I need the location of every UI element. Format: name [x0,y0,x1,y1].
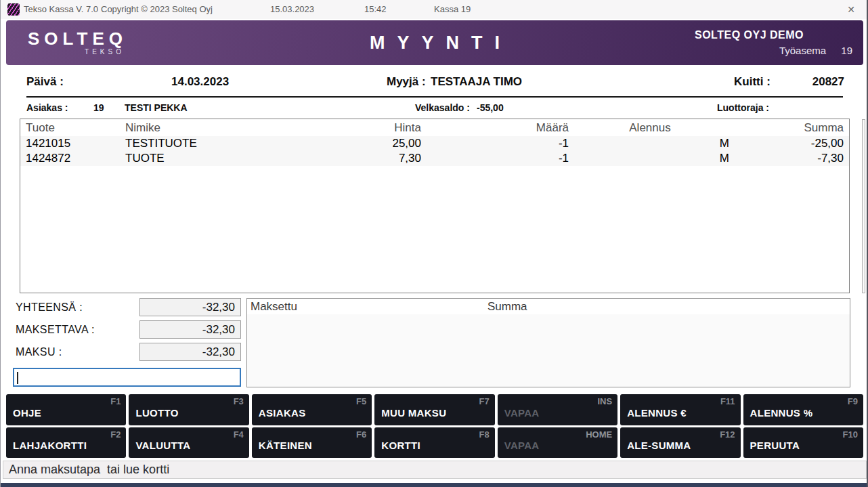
seller-label: Myyjä : [387,73,426,91]
item-name: TESTITUOTE [122,136,284,151]
customer-info-row: Asiakas : 19 TESTI PEKKA Velkasaldo : -5… [1,100,867,115]
date-label: Päivä : [26,73,64,91]
receipt-label: Kuitti : [734,73,771,91]
item-price: 7,30 [284,151,421,166]
customer-button[interactable]: F5 ASIAKAS [252,394,372,425]
payable-value: -32,30 [139,320,241,339]
item-total: -7,30 [731,151,849,166]
workstation-info: Työasema 19 [695,45,863,56]
item-name: TUOTE [122,151,284,166]
item-discount: M [569,136,731,151]
fkey-hint: F9 [848,396,858,406]
divider-line [26,96,843,98]
company-name: SOLTEQ OYJ DEMO [695,29,863,41]
logo-primary: SOLTEQ [28,28,127,49]
workstation-number: 19 [841,45,852,56]
window-bottom-edge [1,483,867,487]
system-date: 15.03.2023 [270,4,314,14]
system-time: 15:42 [364,4,387,14]
close-icon[interactable]: ✕ [844,3,859,16]
fkey-hint: F4 [234,429,244,440]
customer-name: TESTI PEKKA [125,100,188,115]
sale-info-row: Päivä : 14.03.2023 Myyjä : TESTAAJA TIMO… [1,73,867,91]
items-table: Tuote Nimike Hinta Määrä Alennus Summa 1… [20,119,850,293]
cash-button[interactable]: F6 KÄTEINEN [252,427,372,459]
solteq-logo: SOLTEQ TEKSO [28,28,127,56]
customer-label: Asiakas : [26,100,68,115]
total-value: -32,30 [139,298,241,316]
fkey-hint: F6 [356,429,366,440]
free-button-home: HOME VAPAA [498,427,617,459]
credit-button[interactable]: F3 LUOTTO [129,394,248,425]
fkey-hint: F11 [720,396,735,406]
payments-panel: Maksettu Summa [246,298,850,387]
col-header-hinta: Hinta [284,119,421,136]
item-qty: -1 [421,151,569,166]
workstation-label: Työasema [779,45,826,56]
app-window: Tekso Kassa V. 7.0 Copyright © 2023 Solt… [0,0,868,487]
function-key-grid: F1 OHJE F3 LUOTTO F5 ASIAKAS F7 MUU MAKS… [6,394,863,458]
payment-value: -32,30 [139,343,241,361]
help-button[interactable]: F1 OHJE [6,394,126,425]
fkey-hint: INS [597,396,612,406]
item-code: 1421015 [20,136,122,151]
discount-sum-button[interactable]: F12 ALE-SUMMA [620,427,740,459]
items-table-header: Tuote Nimike Hinta Määrä Alennus Summa [20,119,849,136]
paid-column-header: Maksettu [251,299,297,314]
copyright-text: Copyright © 2023 Solteq Oyj [101,4,213,14]
fkey-hint: F2 [110,429,121,440]
payment-label: MAKSU : [16,346,62,358]
item-total: -25,00 [731,136,849,151]
debt-balance-label: Velkasaldo : [415,100,470,115]
item-qty: -1 [421,136,569,151]
fkey-hint: F8 [479,429,490,440]
debt-balance-value: -55,00 [477,100,504,115]
payable-label: MAKSETTAVA : [16,324,95,336]
item-price: 25,00 [284,136,421,151]
total-label: YHTEENSÄ : [16,301,83,314]
header-right-block: SOLTEQ OYJ DEMO Työasema 19 [695,29,863,56]
fkey-hint: F3 [234,396,244,406]
seller-value: TESTAAJA TIMO [431,73,522,91]
page-title: MYYNTI [357,33,512,54]
discount-euro-button[interactable]: F11 ALENNUS € [620,394,740,425]
customer-number: 19 [93,100,104,115]
payments-panel-header: Maksettu Summa [247,299,850,314]
fkey-hint: F7 [479,396,490,406]
payment-input[interactable] [13,368,241,387]
item-code: 1424872 [20,151,122,166]
fkey-hint: F12 [720,429,735,440]
status-message: Anna maksutapa tai lue kortti [3,461,867,479]
col-header-tuote: Tuote [20,119,122,136]
sum-column-header: Summa [487,299,527,314]
credit-limit-label: Luottoraja : [717,100,769,115]
item-discount: M [569,151,731,166]
table-row[interactable]: 1421015 TESTITUOTE 25,00 -1 M -25,00 [20,136,849,151]
discount-percent-button[interactable]: F9 ALENNUS % [743,394,863,425]
app-header: SOLTEQ TEKSO MYYNTI SOLTEQ OYJ DEMO Työa… [6,20,863,65]
fkey-hint: F5 [356,396,366,406]
cancel-button[interactable]: F10 PERUUTA [743,427,863,459]
title-bar: Tekso Kassa V. 7.0 Copyright © 2023 Solt… [1,0,867,19]
other-payment-button[interactable]: F7 MUU MAKSU [374,394,494,425]
free-button-ins: INS VAPAA [498,394,617,425]
date-value: 14.03.2023 [171,73,229,91]
items-table-scrollbar[interactable] [862,119,865,293]
col-header-summa: Summa [731,119,849,136]
register-id: Kassa 19 [434,4,471,14]
window-title: Tekso Kassa V. 7.0 [24,4,98,14]
table-row[interactable]: 1424872 TUOTE 7,30 -1 M -7,30 [20,151,849,166]
receipt-number: 20827 [793,73,844,91]
text-cursor [17,372,18,384]
col-header-maara: Määrä [421,119,569,136]
col-header-nimike: Nimike [122,119,284,136]
currency-button[interactable]: F4 VALUUTTA [129,427,248,459]
fkey-hint: HOME [586,429,612,440]
fkey-hint: F10 [843,429,858,440]
gift-card-button[interactable]: F2 LAHJAKORTTI [6,427,126,459]
card-button[interactable]: F8 KORTTI [374,427,494,459]
tekso-app-icon [7,3,20,16]
col-header-alennus: Alennus [569,119,731,136]
fkey-hint: F1 [110,396,121,406]
